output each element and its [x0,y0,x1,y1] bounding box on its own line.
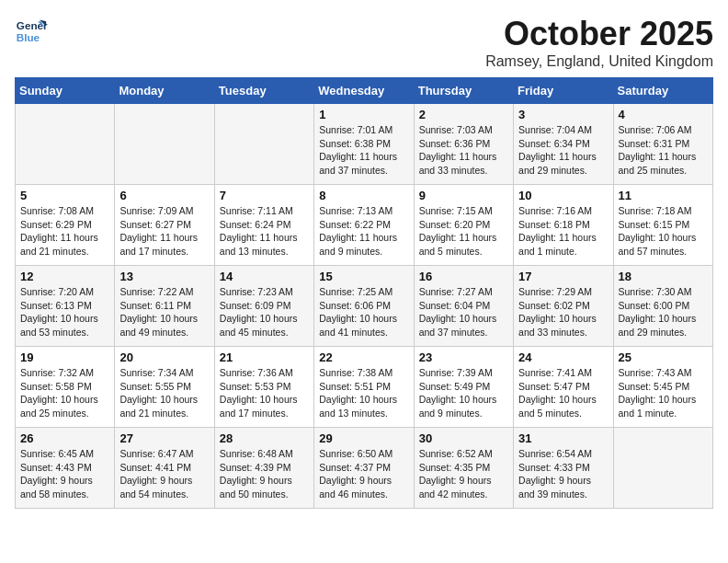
day-number: 10 [518,189,608,202]
day-number: 12 [20,270,109,283]
header-row: SundayMondayTuesdayWednesdayThursdayFrid… [16,78,713,104]
calendar-cell: 4Sunrise: 7:06 AM Sunset: 6:31 PM Daylig… [613,104,712,185]
calendar-cell [115,104,214,185]
calendar-cell: 11Sunrise: 7:18 AM Sunset: 6:15 PM Dayli… [613,185,712,266]
calendar-cell: 16Sunrise: 7:27 AM Sunset: 6:04 PM Dayli… [414,266,513,347]
day-info: Sunrise: 7:01 AM Sunset: 6:38 PM Dayligh… [319,123,408,178]
calendar-cell: 13Sunrise: 7:22 AM Sunset: 6:11 PM Dayli… [115,266,214,347]
calendar-cell: 29Sunrise: 6:50 AM Sunset: 4:37 PM Dayli… [314,428,414,509]
day-number: 29 [319,431,408,445]
logo-icon: General Blue [15,15,48,48]
calendar-cell [613,428,712,509]
day-info: Sunrise: 6:45 AM Sunset: 4:43 PM Dayligh… [20,447,109,501]
calendar-cell: 23Sunrise: 7:39 AM Sunset: 5:49 PM Dayli… [414,347,513,428]
day-info: Sunrise: 7:29 AM Sunset: 6:02 PM Dayligh… [518,285,608,339]
day-number: 17 [518,270,608,283]
header-day-sunday: Sunday [16,78,115,104]
day-number: 24 [518,350,608,364]
day-info: Sunrise: 7:30 AM Sunset: 6:00 PM Dayligh… [619,285,708,339]
day-number: 28 [220,431,309,445]
calendar-cell: 3Sunrise: 7:04 AM Sunset: 6:34 PM Daylig… [514,104,613,185]
day-info: Sunrise: 7:39 AM Sunset: 5:49 PM Dayligh… [419,366,508,420]
week-row-1: 5Sunrise: 7:08 AM Sunset: 6:29 PM Daylig… [16,185,713,266]
day-number: 16 [419,270,508,283]
day-number: 7 [220,189,309,202]
calendar-cell: 27Sunrise: 6:47 AM Sunset: 4:41 PM Dayli… [115,428,214,509]
calendar-cell: 31Sunrise: 6:54 AM Sunset: 4:33 PM Dayli… [514,428,613,509]
day-number: 31 [518,431,608,445]
day-info: Sunrise: 7:34 AM Sunset: 5:55 PM Dayligh… [119,366,209,420]
location: Ramsey, England, United Kingdom [485,53,713,70]
day-number: 22 [319,350,408,364]
day-number: 9 [419,189,508,202]
calendar-cell: 14Sunrise: 7:23 AM Sunset: 6:09 PM Dayli… [214,266,313,347]
day-info: Sunrise: 7:16 AM Sunset: 6:18 PM Dayligh… [518,204,608,259]
header-day-monday: Monday [115,78,214,104]
calendar-cell: 15Sunrise: 7:25 AM Sunset: 6:06 PM Dayli… [314,266,414,347]
day-info: Sunrise: 7:09 AM Sunset: 6:27 PM Dayligh… [119,204,209,259]
day-number: 23 [419,350,508,364]
day-info: Sunrise: 7:25 AM Sunset: 6:06 PM Dayligh… [319,285,408,339]
day-number: 4 [619,108,708,121]
day-number: 21 [220,350,309,364]
calendar-cell: 17Sunrise: 7:29 AM Sunset: 6:02 PM Dayli… [514,266,613,347]
week-row-2: 12Sunrise: 7:20 AM Sunset: 6:13 PM Dayli… [16,266,713,347]
day-info: Sunrise: 6:47 AM Sunset: 4:41 PM Dayligh… [119,447,209,501]
svg-text:Blue: Blue [17,31,40,43]
day-info: Sunrise: 7:08 AM Sunset: 6:29 PM Dayligh… [20,204,109,259]
header-day-friday: Friday [514,78,613,104]
day-info: Sunrise: 7:04 AM Sunset: 6:34 PM Dayligh… [518,123,608,178]
day-info: Sunrise: 7:41 AM Sunset: 5:47 PM Dayligh… [518,366,608,420]
day-number: 20 [119,350,209,364]
day-info: Sunrise: 6:52 AM Sunset: 4:35 PM Dayligh… [419,447,508,501]
day-number: 5 [20,189,109,202]
day-number: 30 [419,431,508,445]
day-number: 14 [220,270,309,283]
calendar-cell: 2Sunrise: 7:03 AM Sunset: 6:36 PM Daylig… [414,104,513,185]
day-info: Sunrise: 7:22 AM Sunset: 6:11 PM Dayligh… [119,285,209,339]
header-day-saturday: Saturday [613,78,712,104]
day-number: 2 [419,108,508,121]
calendar-cell: 5Sunrise: 7:08 AM Sunset: 6:29 PM Daylig… [16,185,115,266]
day-number: 1 [319,108,408,121]
header-day-thursday: Thursday [414,78,513,104]
day-info: Sunrise: 7:38 AM Sunset: 5:51 PM Dayligh… [319,366,408,420]
calendar-cell: 30Sunrise: 6:52 AM Sunset: 4:35 PM Dayli… [414,428,513,509]
day-info: Sunrise: 7:18 AM Sunset: 6:15 PM Dayligh… [619,204,708,259]
day-number: 8 [319,189,408,202]
calendar-cell: 18Sunrise: 7:30 AM Sunset: 6:00 PM Dayli… [613,266,712,347]
day-number: 27 [119,431,209,445]
day-info: Sunrise: 7:32 AM Sunset: 5:58 PM Dayligh… [20,366,109,420]
day-info: Sunrise: 7:03 AM Sunset: 6:36 PM Dayligh… [419,123,508,178]
calendar-cell: 7Sunrise: 7:11 AM Sunset: 6:24 PM Daylig… [214,185,313,266]
calendar-cell: 8Sunrise: 7:13 AM Sunset: 6:22 PM Daylig… [314,185,414,266]
calendar-cell: 25Sunrise: 7:43 AM Sunset: 5:45 PM Dayli… [613,347,712,428]
day-info: Sunrise: 7:15 AM Sunset: 6:20 PM Dayligh… [419,204,508,259]
month-title: October 2025 [485,15,713,53]
calendar-cell [16,104,115,185]
calendar-cell: 9Sunrise: 7:15 AM Sunset: 6:20 PM Daylig… [414,185,513,266]
calendar-cell [214,104,313,185]
day-number: 3 [518,108,608,121]
calendar-cell: 24Sunrise: 7:41 AM Sunset: 5:47 PM Dayli… [514,347,613,428]
logo: General Blue [15,15,48,48]
calendar-cell: 26Sunrise: 6:45 AM Sunset: 4:43 PM Dayli… [16,428,115,509]
calendar-cell: 12Sunrise: 7:20 AM Sunset: 6:13 PM Dayli… [16,266,115,347]
calendar-cell: 19Sunrise: 7:32 AM Sunset: 5:58 PM Dayli… [16,347,115,428]
calendar-table: SundayMondayTuesdayWednesdayThursdayFrid… [15,77,713,509]
day-number: 11 [619,189,708,202]
day-number: 18 [619,270,708,283]
calendar-cell: 21Sunrise: 7:36 AM Sunset: 5:53 PM Dayli… [214,347,313,428]
day-number: 19 [20,350,109,364]
day-info: Sunrise: 6:54 AM Sunset: 4:33 PM Dayligh… [518,447,608,501]
header-day-tuesday: Tuesday [214,78,313,104]
calendar-cell: 10Sunrise: 7:16 AM Sunset: 6:18 PM Dayli… [514,185,613,266]
day-number: 6 [119,189,209,202]
day-info: Sunrise: 7:11 AM Sunset: 6:24 PM Dayligh… [220,204,309,259]
title-area: October 2025 Ramsey, England, United Kin… [485,15,713,70]
day-number: 13 [119,270,209,283]
day-info: Sunrise: 6:50 AM Sunset: 4:37 PM Dayligh… [319,447,408,501]
day-info: Sunrise: 7:27 AM Sunset: 6:04 PM Dayligh… [419,285,508,339]
calendar-cell: 28Sunrise: 6:48 AM Sunset: 4:39 PM Dayli… [214,428,313,509]
calendar-cell: 20Sunrise: 7:34 AM Sunset: 5:55 PM Dayli… [115,347,214,428]
